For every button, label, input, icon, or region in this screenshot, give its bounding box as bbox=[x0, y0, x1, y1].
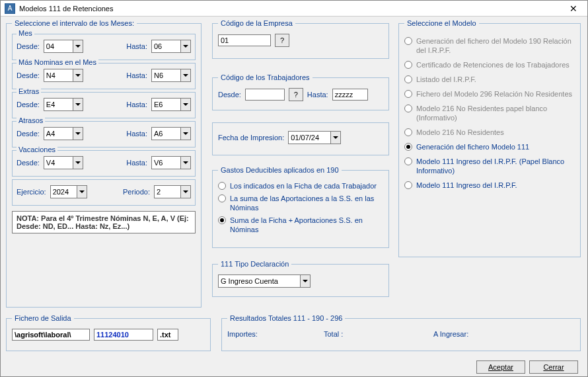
gastos-option-label: Los indicados en la Ficha de cada Trabaj… bbox=[230, 181, 377, 190]
atrasos-desde-input[interactable] bbox=[44, 127, 73, 140]
ejercicio-combo[interactable] bbox=[50, 185, 87, 198]
trab-desde-label: Desde: bbox=[218, 91, 241, 99]
chevron-down-icon[interactable] bbox=[180, 40, 191, 53]
extras-legend: Extras bbox=[17, 87, 41, 95]
mes-desde-label: Desde: bbox=[17, 42, 40, 50]
mes-hasta-input[interactable] bbox=[151, 40, 180, 53]
extras-hasta-label: Hasta: bbox=[126, 101, 147, 108]
modelo-option-label: Generación del fichero Modelo 111 bbox=[416, 142, 529, 151]
aingresar-label: A Ingresar: bbox=[433, 330, 468, 338]
tipo111-input[interactable] bbox=[218, 274, 300, 288]
chevron-down-icon[interactable] bbox=[73, 40, 83, 53]
tipo111-legend: 111 Tipo Declaración bbox=[218, 260, 291, 268]
periodo-combo[interactable] bbox=[154, 185, 191, 198]
atrasos-hasta-input[interactable] bbox=[151, 127, 180, 140]
cerrar-button[interactable]: Cerrar bbox=[529, 360, 578, 374]
gastos-option-2[interactable]: Suma de la Ficha + Aportaciones S.S. en … bbox=[218, 216, 383, 234]
modelo-option-label: Fichero del Modelo 296 Relación No Resid… bbox=[416, 89, 572, 99]
vacaciones-desde-combo[interactable] bbox=[44, 156, 83, 169]
modelo-option-label: Certificado de Retenciones de los Trabaj… bbox=[416, 60, 570, 69]
atrasos-legend: Atrasos bbox=[17, 116, 45, 124]
mes-desde-input[interactable] bbox=[44, 40, 73, 53]
trabajadores-fieldset: Código de los Trabajadores Desde: ? Hast… bbox=[212, 73, 389, 110]
gastos-option-0[interactable]: Los indicados en la Ficha de cada Trabaj… bbox=[218, 181, 383, 190]
mes-legend: Mes bbox=[17, 29, 34, 37]
atrasos-desde-label: Desde: bbox=[17, 130, 40, 138]
chevron-down-icon[interactable] bbox=[73, 69, 83, 82]
modelo-option-0: Generación del fichero del Modelo 190 Re… bbox=[404, 36, 575, 55]
mes-hasta-combo[interactable] bbox=[151, 40, 191, 53]
chevron-down-icon[interactable] bbox=[180, 185, 191, 198]
vacaciones-hasta-combo[interactable] bbox=[151, 156, 191, 169]
modelo-option-label: Modelo 111 Ingreso del I.R.P.F. (Papel B… bbox=[416, 157, 575, 175]
atrasos-desde-combo[interactable] bbox=[44, 127, 83, 140]
modelo-option-2: Listado del I.R.P.F. bbox=[404, 75, 575, 84]
trab-hasta-input[interactable] bbox=[332, 89, 368, 101]
aceptar-button[interactable]: Aceptar bbox=[476, 360, 525, 374]
chevron-down-icon[interactable] bbox=[180, 156, 191, 169]
empresa-help-button[interactable]: ? bbox=[275, 34, 289, 47]
radio-icon bbox=[404, 90, 412, 98]
extras-desde-combo[interactable] bbox=[44, 98, 83, 111]
ejercicio-input[interactable] bbox=[50, 185, 77, 198]
fichero-fieldset: Fichero de Salida bbox=[6, 314, 211, 351]
chevron-down-icon[interactable] bbox=[330, 131, 341, 144]
masnom-fieldset: Más Nominas en el Mes Desde: Hasta: bbox=[12, 63, 196, 89]
chevron-down-icon[interactable] bbox=[73, 127, 83, 140]
radio-icon bbox=[404, 128, 412, 136]
empresa-codigo-input[interactable] bbox=[218, 34, 271, 46]
masnom-hasta-combo[interactable] bbox=[151, 69, 191, 82]
extras-hasta-input[interactable] bbox=[151, 98, 180, 111]
masnom-hasta-input[interactable] bbox=[151, 69, 180, 82]
vacaciones-fieldset: Vacaciones Desde: Hasta: bbox=[12, 150, 196, 177]
radio-icon bbox=[404, 75, 412, 83]
chevron-down-icon[interactable] bbox=[300, 274, 311, 288]
fichero-legend: Fichero de Salida bbox=[12, 314, 74, 322]
vacaciones-desde-input[interactable] bbox=[44, 156, 73, 169]
trab-desde-input[interactable] bbox=[245, 89, 285, 101]
masnom-desde-input[interactable] bbox=[44, 69, 73, 82]
radio-icon bbox=[404, 181, 412, 189]
mes-desde-combo[interactable] bbox=[44, 40, 83, 53]
periodo-input[interactable] bbox=[154, 185, 180, 198]
chevron-down-icon[interactable] bbox=[77, 185, 87, 198]
resultados-fieldset: Resultados Totales 111 - 190 - 296 Impor… bbox=[221, 314, 581, 351]
chevron-down-icon[interactable] bbox=[73, 156, 83, 169]
fichero-ext-input[interactable] bbox=[157, 329, 178, 341]
modelo-option-7[interactable]: Modelo 111 Ingreso del I.R.P.F. (Papel B… bbox=[404, 157, 575, 175]
fichero-path-input[interactable] bbox=[12, 329, 90, 341]
app-icon: A bbox=[5, 3, 15, 14]
chevron-down-icon[interactable] bbox=[180, 69, 191, 82]
modelo-option-8[interactable]: Modelo 111 Ingreso del I.R.P.F. bbox=[404, 181, 575, 190]
chevron-down-icon[interactable] bbox=[180, 127, 191, 140]
close-icon[interactable]: ✕ bbox=[564, 2, 583, 15]
radio-icon bbox=[404, 105, 412, 112]
trab-hasta-label: Hasta: bbox=[307, 91, 328, 99]
fecha-fieldset: Fecha de Impresion: bbox=[212, 122, 389, 155]
chevron-down-icon[interactable] bbox=[73, 98, 83, 111]
aceptar-label: Aceptar bbox=[488, 363, 513, 371]
modelo-option-label: Listado del I.R.P.F. bbox=[416, 75, 476, 84]
importes-label: Importes: bbox=[227, 330, 320, 338]
tipo111-combo[interactable] bbox=[218, 274, 311, 288]
masnom-legend: Más Nominas en el Mes bbox=[17, 58, 98, 66]
gastos-option-1[interactable]: La suma de las Aportaciones a la S.S. en… bbox=[218, 194, 383, 212]
gastos-legend: Gastos Deducibles aplicados en 190 bbox=[218, 166, 342, 174]
extras-desde-input[interactable] bbox=[44, 98, 73, 111]
chevron-down-icon[interactable] bbox=[180, 98, 191, 111]
masnom-desde-combo[interactable] bbox=[44, 69, 83, 82]
radio-icon bbox=[404, 157, 412, 165]
gastos-option-label: Suma de la Ficha + Aportaciones S.S. en … bbox=[230, 216, 383, 234]
vacaciones-legend: Vacaciones bbox=[17, 146, 57, 153]
modelo-option-5: Modelo 216 No Residentes bbox=[404, 128, 575, 137]
extras-hasta-combo[interactable] bbox=[151, 98, 191, 111]
vacaciones-hasta-input[interactable] bbox=[151, 156, 180, 169]
trab-help-button[interactable]: ? bbox=[289, 88, 303, 101]
titlebar: A Modelos 111 de Retenciones ✕ bbox=[1, 1, 587, 17]
fecha-combo[interactable] bbox=[288, 131, 341, 144]
atrasos-hasta-combo[interactable] bbox=[151, 127, 191, 140]
modelo-option-6[interactable]: Generación del fichero Modelo 111 bbox=[404, 142, 575, 151]
vacaciones-hasta-label: Hasta: bbox=[126, 159, 147, 167]
fichero-name-input[interactable] bbox=[94, 329, 153, 341]
fecha-input[interactable] bbox=[288, 131, 330, 144]
